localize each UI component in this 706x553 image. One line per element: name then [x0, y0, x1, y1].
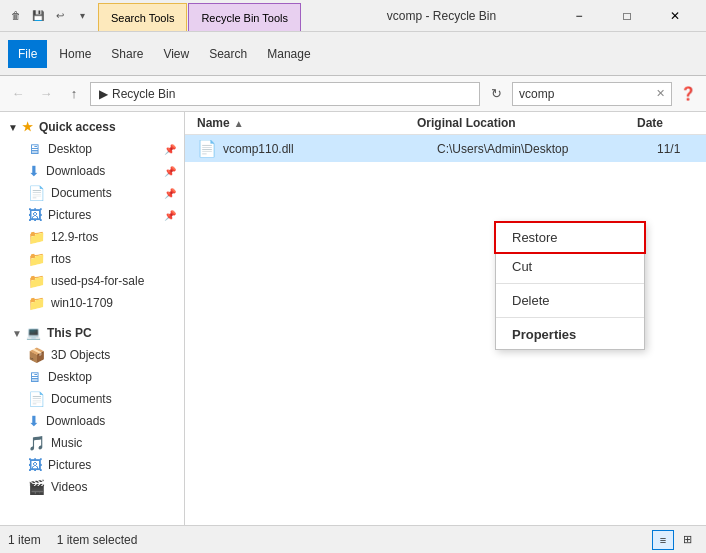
this-pc-header[interactable]: ▼ 💻 This PC [0, 322, 184, 344]
sidebar-item-downloads-pc[interactable]: ⬇ Downloads [0, 410, 184, 432]
title-bar: 🗑 💾 ↩ ▾ Search Tools Recycle Bin Tools v… [0, 0, 706, 32]
quick-access-header[interactable]: ▼ ★ Quick access [0, 116, 184, 138]
documents-pc-icon: 📄 [28, 391, 45, 407]
music-icon: 🎵 [28, 435, 45, 451]
sidebar-item-folder4[interactable]: 📁 win10-1709 [0, 292, 184, 314]
col-name-header[interactable]: Name ▲ [197, 116, 417, 130]
ribbon-home[interactable]: Home [51, 44, 99, 64]
sidebar-item-pictures-pc-label: Pictures [48, 458, 91, 472]
3dobjects-icon: 📦 [28, 347, 45, 363]
item-selected: 1 item selected [57, 533, 138, 547]
pictures-icon: 🖼 [28, 207, 42, 223]
search-input[interactable] [519, 87, 652, 101]
forward-button[interactable]: → [34, 82, 58, 106]
maximize-button[interactable]: □ [604, 2, 650, 30]
pictures-pc-icon: 🖼 [28, 457, 42, 473]
location-column-label: Original Location [417, 116, 516, 130]
file-button[interactable]: File [8, 40, 47, 68]
sidebar-item-videos[interactable]: 🎬 Videos [0, 476, 184, 498]
context-menu-restore[interactable]: Restore [496, 223, 644, 252]
address-bar: ← → ↑ ▶ Recycle Bin ↻ ✕ ❓ [0, 76, 706, 112]
context-menu-delete[interactable]: Delete [496, 286, 644, 315]
sidebar-item-pictures[interactable]: 🖼 Pictures 📌 [0, 204, 184, 226]
folder1-icon: 📁 [28, 229, 45, 245]
undo-icon: ↩ [52, 8, 68, 24]
breadcrumb-item[interactable]: Recycle Bin [112, 87, 175, 101]
search-clear-button[interactable]: ✕ [656, 87, 665, 100]
sidebar-item-music[interactable]: 🎵 Music [0, 432, 184, 454]
save-icon: 💾 [30, 8, 46, 24]
back-button[interactable]: ← [6, 82, 30, 106]
sidebar-item-music-label: Music [51, 436, 82, 450]
context-menu: Restore Cut Delete Properties [495, 222, 645, 350]
sidebar-item-folder2[interactable]: 📁 rtos [0, 248, 184, 270]
pin-icon-dl: 📌 [164, 166, 176, 177]
col-location-header[interactable]: Original Location [417, 116, 637, 130]
pin-icon: 📌 [164, 144, 176, 155]
date-column-label: Date [637, 116, 663, 130]
sidebar-item-documents-pc-label: Documents [51, 392, 112, 406]
ribbon-view[interactable]: View [155, 44, 197, 64]
address-path[interactable]: ▶ Recycle Bin [90, 82, 480, 106]
sort-arrow: ▲ [234, 118, 244, 129]
table-row[interactable]: 📄 vcomp110.dll C:\Users\Admin\Desktop 11… [185, 135, 706, 162]
tab-search-tools[interactable]: Search Tools [98, 3, 187, 31]
ribbon-share[interactable]: Share [103, 44, 151, 64]
sidebar-item-desktop-label: Desktop [48, 142, 92, 156]
context-menu-properties[interactable]: Properties [496, 320, 644, 349]
pin-icon-doc: 📌 [164, 188, 176, 199]
folder3-icon: 📁 [28, 273, 45, 289]
ribbon-search[interactable]: Search [201, 44, 255, 64]
context-menu-separator2 [496, 317, 644, 318]
help-button[interactable]: ❓ [676, 82, 700, 106]
search-box[interactable]: ✕ [512, 82, 672, 106]
quick-access-expand-icon: ▼ [8, 122, 18, 133]
videos-icon: 🎬 [28, 479, 45, 495]
item-count: 1 item [8, 533, 41, 547]
sidebar-item-folder1-label: 12.9-rtos [51, 230, 98, 244]
minimize-button[interactable]: − [556, 2, 602, 30]
sidebar: ▼ ★ Quick access 🖥 Desktop 📌 ⬇ Downloads… [0, 112, 185, 525]
col-date-header[interactable]: Date [637, 116, 694, 130]
name-column-label: Name [197, 116, 230, 130]
sidebar-item-3dobjects[interactable]: 📦 3D Objects [0, 344, 184, 366]
quick-access-section: ▼ ★ Quick access 🖥 Desktop 📌 ⬇ Downloads… [0, 112, 184, 318]
pin-icon-pic: 📌 [164, 210, 176, 221]
window-controls: − □ ✕ [556, 2, 698, 30]
downloads-icon: ⬇ [28, 163, 40, 179]
breadcrumb-arrow: ▶ [99, 87, 108, 101]
sidebar-item-documents[interactable]: 📄 Documents 📌 [0, 182, 184, 204]
sidebar-item-desktop[interactable]: 🖥 Desktop 📌 [0, 138, 184, 160]
dropdown-icon[interactable]: ▾ [74, 8, 90, 24]
desktop-icon: 🖥 [28, 141, 42, 157]
details-view-button[interactable]: ≡ [652, 530, 674, 550]
large-icons-view-button[interactable]: ⊞ [676, 530, 698, 550]
context-menu-separator [496, 283, 644, 284]
up-button[interactable]: ↑ [62, 82, 86, 106]
this-pc-expand-icon: ▼ [12, 328, 22, 339]
sidebar-item-desktop-pc[interactable]: 🖥 Desktop [0, 366, 184, 388]
downloads-pc-icon: ⬇ [28, 413, 40, 429]
documents-icon: 📄 [28, 185, 45, 201]
sidebar-item-folder3-label: used-ps4-for-sale [51, 274, 144, 288]
this-pc-label: This PC [47, 326, 92, 340]
desktop-pc-icon: 🖥 [28, 369, 42, 385]
ribbon: File Home Share View Search Manage [0, 32, 706, 76]
ribbon-manage[interactable]: Manage [259, 44, 318, 64]
content-area: Name ▲ Original Location Date 📄 vcomp110… [185, 112, 706, 525]
sidebar-item-pictures-pc[interactable]: 🖼 Pictures [0, 454, 184, 476]
app-icon: 🗑 [8, 8, 24, 24]
file-location: C:\Users\Admin\Desktop [437, 142, 657, 156]
tab-recycle-bin-tools[interactable]: Recycle Bin Tools [188, 3, 301, 31]
status-bar: 1 item 1 item selected ≡ ⊞ [0, 525, 706, 553]
sidebar-item-folder1[interactable]: 📁 12.9-rtos [0, 226, 184, 248]
sidebar-item-videos-label: Videos [51, 480, 87, 494]
sidebar-item-downloads-pc-label: Downloads [46, 414, 105, 428]
sidebar-item-downloads[interactable]: ⬇ Downloads 📌 [0, 160, 184, 182]
context-menu-cut[interactable]: Cut [496, 252, 644, 281]
close-button[interactable]: ✕ [652, 2, 698, 30]
quick-access-star-icon: ★ [22, 120, 33, 134]
refresh-button[interactable]: ↻ [484, 82, 508, 106]
sidebar-item-folder3[interactable]: 📁 used-ps4-for-sale [0, 270, 184, 292]
sidebar-item-documents-pc[interactable]: 📄 Documents [0, 388, 184, 410]
